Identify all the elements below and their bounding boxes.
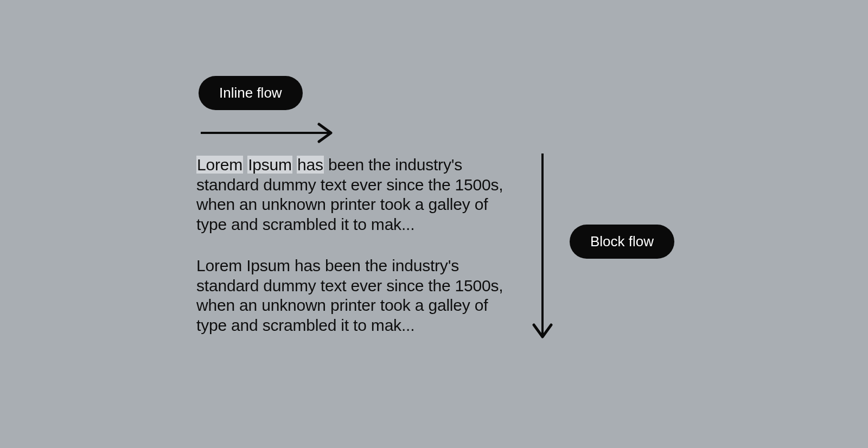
arrow-down-icon [529, 153, 556, 341]
block-flow-label: Block flow [570, 225, 674, 259]
paragraph-2: Lorem Ipsum has been the industry's stan… [196, 256, 516, 335]
inline-flow-label: Inline flow [199, 76, 303, 110]
paragraph-1: Lorem Ipsum has been the industry's stan… [196, 155, 516, 234]
highlighted-word: Ipsum [247, 156, 292, 174]
highlighted-word: has [297, 156, 324, 174]
highlighted-word: Lorem [196, 156, 243, 174]
arrow-right-icon [201, 122, 336, 144]
